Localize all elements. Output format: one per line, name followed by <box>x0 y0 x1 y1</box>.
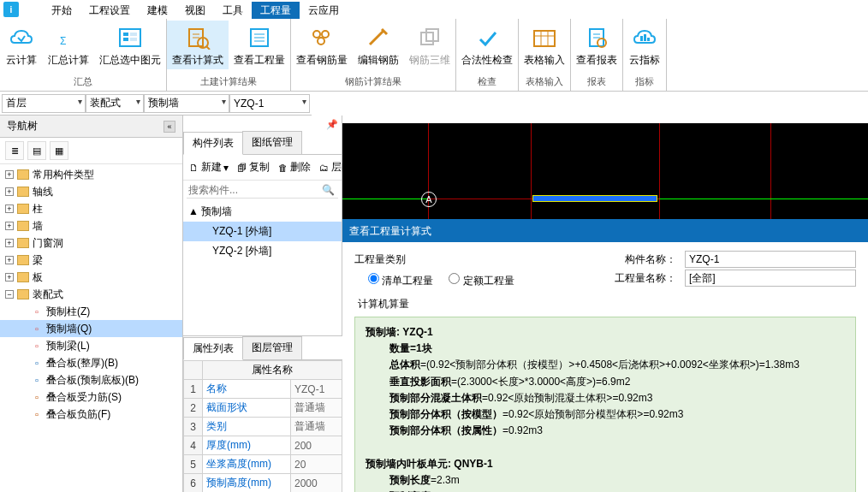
svg-rect-4 <box>130 33 137 36</box>
app-icon: i <box>3 2 19 17</box>
layers-icon: 🗂 <box>318 162 330 174</box>
component-tabs: 构件列表 图纸管理 <box>183 131 342 155</box>
model-canvas[interactable]: A <box>342 123 868 219</box>
plus-icon[interactable]: + <box>5 239 14 247</box>
menubar: 开始工程设置建模视图工具工程量云应用 <box>43 2 348 19</box>
plus-icon[interactable]: + <box>5 222 14 230</box>
category-selector[interactable] <box>86 94 144 113</box>
table-row[interactable]: 5坐浆高度(mm)20 <box>184 455 342 474</box>
menu-6[interactable]: 云应用 <box>300 2 348 19</box>
copy-icon: 🗐 <box>235 162 247 174</box>
tree-leaf[interactable]: ▫预制梁(L) <box>0 337 182 354</box>
dialog-title: 查看工程量计算式 <box>342 221 868 242</box>
axis-marker-a: A <box>421 192 437 207</box>
menu-0[interactable]: 开始 <box>43 2 80 19</box>
view-quantity-button[interactable]: 查看工程量 <box>229 21 290 69</box>
plus-icon[interactable]: + <box>5 273 14 282</box>
radio-norm-qty[interactable]: 定额工程量 <box>449 273 514 288</box>
tree-leaf[interactable]: ▫预制墙(Q) <box>0 320 182 337</box>
search-input[interactable] <box>187 182 318 198</box>
plus-icon[interactable]: + <box>5 187 14 196</box>
tree-leaf[interactable]: ▫叠合板受力筋(S) <box>0 388 182 406</box>
tree-branch[interactable]: −装配式 <box>0 286 182 303</box>
tree-branch[interactable]: +板 <box>0 269 182 286</box>
view-report-icon <box>583 24 610 51</box>
tree-branch[interactable]: +柱 <box>0 200 182 217</box>
menu-4[interactable]: 工具 <box>214 2 252 19</box>
sum-calc-icon: Σ <box>55 24 82 51</box>
pin-icon[interactable]: 📌 <box>326 119 338 130</box>
svg-rect-28 <box>640 36 643 41</box>
tree-branch[interactable]: +门窗洞 <box>0 234 182 252</box>
table-row[interactable]: 2截面形状普通墙 <box>184 399 342 418</box>
new-button[interactable]: 🗋新建 ▾ <box>185 158 231 176</box>
tab-drawing-mgmt[interactable]: 图纸管理 <box>242 131 302 154</box>
menu-3[interactable]: 视图 <box>176 2 214 19</box>
tab-component-list[interactable]: 构件列表 <box>183 132 243 155</box>
cloud-index-button[interactable]: 云指标 <box>623 21 666 69</box>
qty-name-field[interactable] <box>685 270 856 287</box>
tree-leaf[interactable]: ▫叠合板负筋(F) <box>0 406 182 423</box>
table-row[interactable]: 4厚度(mm)200 <box>184 436 342 455</box>
floor-selector[interactable] <box>2 94 86 113</box>
menu-2[interactable]: 建模 <box>139 2 176 19</box>
copy-button[interactable]: 🗐复制 <box>233 158 272 176</box>
table-row[interactable]: 3类别普通墙 <box>184 418 342 436</box>
cloud-index-icon <box>631 24 658 51</box>
property-pane: 属性列表 图层管理 属性名称 1名称YZQ-12截面形状普通墙3类别普通墙4厚度… <box>183 335 342 492</box>
selected-beam[interactable] <box>532 195 657 202</box>
sum-calc-button[interactable]: Σ汇总计算 <box>43 21 94 69</box>
rebar-3d-button[interactable]: 钢筋三维 <box>404 21 455 69</box>
menu-5[interactable]: 工程量 <box>252 2 300 19</box>
svg-point-16 <box>322 31 329 38</box>
item-selector[interactable] <box>229 94 310 113</box>
calc-line: 预制高度=2m <box>366 489 845 492</box>
folder-icon <box>17 187 29 197</box>
tree-leaf[interactable]: ▫预制柱(Z) <box>0 303 182 320</box>
view-quantity-icon <box>246 24 273 51</box>
component-name-field[interactable] <box>685 251 856 268</box>
calc-line <box>366 439 845 455</box>
menu-1[interactable]: 工程设置 <box>80 2 139 19</box>
table-row[interactable]: 6预制高度(mm)2000 <box>184 474 342 493</box>
list-parent[interactable]: ▲ 预制墙 <box>183 202 342 222</box>
minus-icon[interactable]: − <box>5 290 14 299</box>
delete-button[interactable]: 🗑删除 <box>274 158 313 176</box>
view-rebar-qty-button[interactable]: 查看钢筋量 <box>291 21 353 69</box>
list-item[interactable]: YZQ-2 [外墙] <box>183 241 342 261</box>
table-row[interactable]: 1名称YZQ-1 <box>184 380 342 399</box>
edit-rebar-button[interactable]: 编辑钢筋 <box>353 21 404 69</box>
view-report-button[interactable]: 查看报表 <box>571 21 622 69</box>
nav-list-icon[interactable]: ≣ <box>5 141 24 160</box>
table-input-button[interactable]: 表格输入 <box>519 21 570 69</box>
calc-line: 预制墙: YZQ-1 <box>366 324 845 341</box>
tree-branch[interactable]: +轴线 <box>0 183 182 200</box>
tree-leaf[interactable]: ▫叠合板(预制底板)(B) <box>0 371 182 388</box>
tree-branch[interactable]: +梁 <box>0 252 182 269</box>
list-item[interactable]: YZQ-1 [外墙] <box>183 222 342 241</box>
tab-layer-mgmt[interactable]: 图层管理 <box>242 336 302 359</box>
validity-check-icon <box>473 24 501 51</box>
plus-icon[interactable]: + <box>5 256 14 264</box>
plus-icon[interactable]: + <box>5 170 14 179</box>
table-input-icon <box>531 24 558 51</box>
subcategory-selector[interactable] <box>144 94 229 113</box>
search-icon[interactable]: 🔍 <box>318 184 338 196</box>
tab-properties[interactable]: 属性列表 <box>183 337 243 360</box>
radio-bill-qty[interactable]: 清单工程量 <box>368 273 433 288</box>
view-formula-button[interactable]: 查看计算式 <box>167 21 229 69</box>
tree-leaf[interactable]: ▫叠合板(整厚)(B) <box>0 354 182 371</box>
tree-branch[interactable]: +常用构件类型 <box>0 166 182 183</box>
plus-icon[interactable]: + <box>5 205 14 213</box>
collapse-icon[interactable]: « <box>163 121 175 133</box>
rebar-3d-icon <box>416 24 443 51</box>
nav-thumb-icon[interactable]: ▤ <box>27 141 46 160</box>
folder-icon <box>17 169 29 180</box>
nav-grid-icon[interactable]: ▦ <box>50 141 68 160</box>
sum-selected-button[interactable]: 汇总选中图元 <box>94 21 166 69</box>
svg-text:Σ: Σ <box>60 35 66 47</box>
validity-check-button[interactable]: 合法性检查 <box>456 21 518 69</box>
tree-branch[interactable]: +墙 <box>0 217 182 234</box>
cloud-calc-button[interactable]: 云计算 <box>0 21 43 69</box>
ribbon-group-label: 钢筋计算结果 <box>291 74 455 91</box>
